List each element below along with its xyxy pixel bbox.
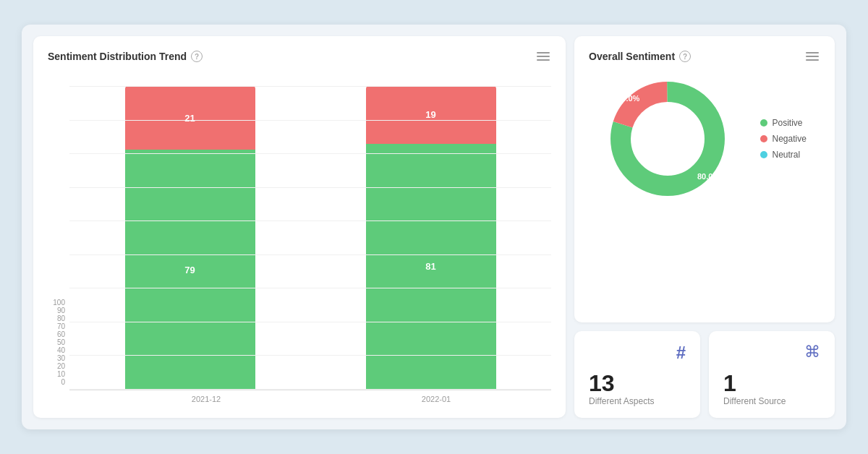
donut-negative-label: 20.0%	[617, 94, 639, 103]
stat-card-source: ⌘ 1 Different Source	[709, 331, 835, 418]
source-label: Different Source	[723, 396, 820, 406]
trend-card-header: Sentiment Distribution Trend ?	[48, 51, 551, 62]
grid-line	[69, 254, 551, 255]
grid-line	[69, 86, 551, 87]
trend-info-icon[interactable]: ?	[191, 51, 203, 62]
grid-line	[69, 187, 551, 188]
donut-legend: Positive Negative Neutral	[760, 118, 806, 160]
grid-lines	[69, 86, 551, 390]
trend-title: Sentiment Distribution Trend ?	[48, 51, 203, 62]
sentiment-menu-icon[interactable]	[804, 51, 820, 62]
x-label-group-2: 2022-01	[321, 395, 551, 403]
sentiment-info-icon[interactable]: ?	[679, 51, 691, 62]
legend-label-neutral: Neutral	[772, 150, 800, 160]
grid-line	[69, 288, 551, 288]
x-label-group-1: 2021-12	[91, 395, 321, 403]
right-column: Overall Sentiment ?	[574, 36, 835, 418]
grid-line	[69, 389, 551, 390]
source-number: 1	[723, 372, 820, 395]
bars-container: 21 79 19 81	[69, 86, 551, 403]
stats-row: # 13 Different Aspects ⌘ 1 Different Sou…	[574, 331, 835, 418]
stat-top-aspects: #	[589, 343, 686, 363]
source-bottom: 1 Different Source	[723, 372, 820, 406]
trend-menu-icon[interactable]	[535, 51, 551, 62]
donut-svg	[603, 74, 733, 204]
stat-top-source: ⌘	[723, 343, 820, 361]
x-label-1: 2021-12	[192, 395, 221, 403]
x-spacer	[69, 395, 91, 403]
donut-positive-label: 80.0%	[697, 172, 720, 181]
trend-title-text: Sentiment Distribution Trend	[48, 51, 187, 62]
aspects-icon: #	[676, 343, 686, 363]
aspects-number: 13	[589, 372, 686, 395]
sentiment-card-header: Overall Sentiment ?	[589, 51, 820, 62]
legend-item-negative: Negative	[760, 134, 806, 144]
donut-chart: 80.0% 20.0%	[603, 74, 733, 204]
x-labels: 2021-12 2022-01	[69, 395, 551, 403]
x-label-2: 2022-01	[422, 395, 451, 403]
grid-line	[69, 355, 551, 356]
grid-line	[69, 220, 551, 221]
sentiment-body: 80.0% 20.0% Positive Negative Neu	[589, 74, 820, 204]
grid-line	[69, 153, 551, 154]
sentiment-title: Overall Sentiment ?	[589, 51, 691, 62]
bars-inner: 21 79 19 81	[69, 86, 551, 390]
grid-line	[69, 120, 551, 121]
dashboard: Sentiment Distribution Trend ? 0 10 20 3…	[22, 25, 846, 429]
y-axis: 0 10 20 30 40 50 60 70 80 90 100	[48, 296, 69, 403]
stat-card-aspects: # 13 Different Aspects	[574, 331, 700, 418]
legend-dot-neutral	[760, 151, 767, 158]
grid-line	[69, 322, 551, 322]
aspects-label: Different Aspects	[589, 396, 686, 406]
bar-chart: 0 10 20 30 40 50 60 70 80 90 100	[48, 74, 551, 403]
legend-label-positive: Positive	[772, 118, 802, 128]
legend-item-positive: Positive	[760, 118, 806, 128]
bar-chart-area: 0 10 20 30 40 50 60 70 80 90 100	[48, 74, 551, 403]
legend-item-neutral: Neutral	[760, 150, 806, 160]
legend-dot-positive	[760, 119, 767, 127]
source-icon: ⌘	[804, 343, 820, 361]
legend-dot-negative	[760, 135, 767, 142]
sentiment-title-text: Overall Sentiment	[589, 51, 675, 62]
aspects-bottom: 13 Different Aspects	[589, 372, 686, 406]
overall-sentiment-card: Overall Sentiment ?	[574, 36, 835, 322]
legend-label-negative: Negative	[772, 134, 806, 144]
sentiment-trend-card: Sentiment Distribution Trend ? 0 10 20 3…	[33, 36, 566, 418]
